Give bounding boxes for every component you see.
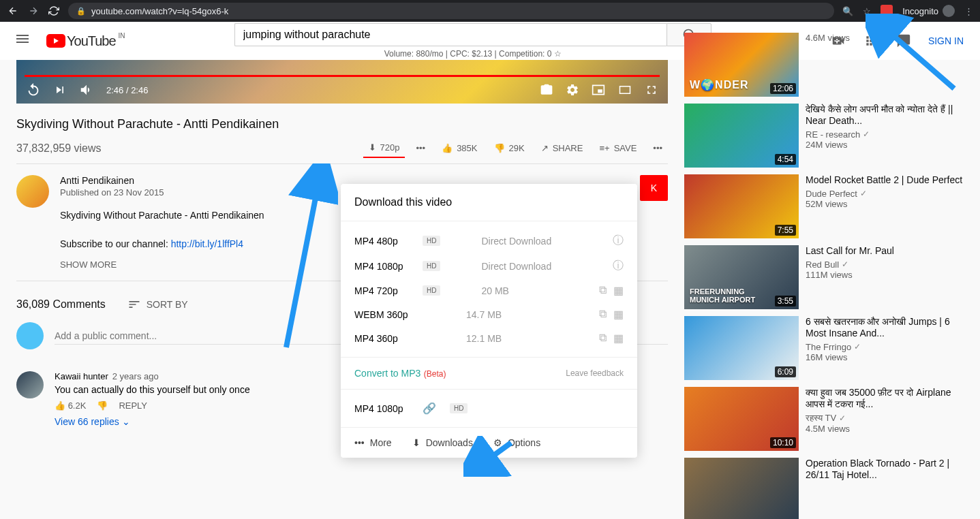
incognito-indicator: Incognito xyxy=(902,5,955,17)
incognito-icon xyxy=(943,5,955,17)
thumb-down-icon: 👎 xyxy=(494,143,505,153)
verified-icon: ✓ xyxy=(863,129,870,139)
comment-time: 2 years ago xyxy=(112,371,159,381)
url-bar[interactable]: 🔒 youtube.com/watch?v=lq-54gox6-k xyxy=(68,3,834,19)
comment-author[interactable]: Kawaii hunter xyxy=(55,371,108,381)
miniplayer-button[interactable] xyxy=(592,83,605,97)
download-option-row[interactable]: WEBM 360p 14.7 MB ⧉▦ xyxy=(341,302,637,326)
screenshot-button[interactable] xyxy=(540,83,553,97)
commenter-avatar[interactable] xyxy=(16,371,44,398)
copy-icon[interactable]: ⧉ xyxy=(599,284,607,297)
replay-button[interactable] xyxy=(26,82,41,97)
beta-label: (Beta) xyxy=(424,369,446,379)
related-video-item[interactable]: Operation Black Tornado - Part 2 | 26/11… xyxy=(684,458,964,519)
copy-icon[interactable]: ⧉ xyxy=(599,332,607,345)
share-icon: ↗ xyxy=(541,143,549,153)
url-text: youtube.com/watch?v=lq-54gox6-k xyxy=(91,6,228,16)
copy-icon[interactable]: ⧉ xyxy=(599,308,607,321)
related-video-item[interactable]: FREERUNNINGMUNICH AIRPORT3:55 Last Call … xyxy=(684,245,964,309)
lock-icon: 🔒 xyxy=(76,7,86,16)
svg-rect-1 xyxy=(620,86,630,94)
popup-downloads-button[interactable]: ⬇Downloads xyxy=(412,437,473,448)
share-button[interactable]: ↗ SHARE xyxy=(536,139,589,157)
playlist-add-icon: ≡+ xyxy=(599,143,609,153)
sort-comments-button[interactable]: SORT BY xyxy=(127,298,188,311)
qr-icon[interactable]: ▦ xyxy=(613,308,624,321)
fullscreen-button[interactable] xyxy=(645,83,658,97)
video-title: Skydiving Without Parachute - Antti Pend… xyxy=(16,117,668,131)
youtube-logo[interactable]: YouTube IN xyxy=(46,33,116,49)
comment-reply-button[interactable]: REPLY xyxy=(119,400,147,411)
like-button[interactable]: 👍 385K xyxy=(436,139,483,157)
comment-dislike-button[interactable]: 👎 xyxy=(97,400,108,411)
related-video-item[interactable]: 7:55 Model Rocket Battle 2 | Dude Perfec… xyxy=(684,174,964,238)
popup-title: Download this video xyxy=(341,184,637,221)
search-input[interactable] xyxy=(234,23,667,46)
save-button[interactable]: ≡+ SAVE xyxy=(594,139,642,157)
download-option-row[interactable]: MP4 480pHD Direct Download ⓘ xyxy=(341,228,637,253)
browser-chrome: 🔒 youtube.com/watch?v=lq-54gox6-k 🔍 ☆ In… xyxy=(0,0,980,22)
region-label: IN xyxy=(119,32,125,40)
extension-icon[interactable] xyxy=(881,5,893,17)
view-count: 37,832,959 views xyxy=(16,142,102,155)
next-button[interactable] xyxy=(53,83,67,97)
description-line-2-prefix: Subscribe to our channel: xyxy=(60,238,171,249)
channel-avatar[interactable] xyxy=(16,175,49,208)
description-link[interactable]: http://bit.ly/1lffPl4 xyxy=(171,238,243,249)
seo-stats: Volume: 880/mo | CPC: $2.13 | Competitio… xyxy=(384,49,562,59)
user-avatar xyxy=(16,322,44,349)
info-icon[interactable]: ⓘ xyxy=(613,234,624,248)
verified-icon: ✓ xyxy=(839,413,846,423)
qr-icon[interactable]: ▦ xyxy=(613,284,624,297)
comment-like-button[interactable]: 👍 6.2K xyxy=(55,400,86,411)
volume-button[interactable] xyxy=(79,82,94,97)
verified-icon: ✓ xyxy=(842,260,848,269)
feedback-link[interactable]: Leave feedback xyxy=(566,368,624,378)
download-more-button[interactable]: ••• xyxy=(410,139,431,157)
link-icon: 🔗 xyxy=(423,402,436,415)
qr-icon[interactable]: ▦ xyxy=(613,332,624,345)
zoom-icon[interactable]: 🔍 xyxy=(842,6,853,16)
subscribe-button[interactable]: K xyxy=(640,175,668,201)
browser-back-button[interactable] xyxy=(7,5,19,17)
browser-reload-button[interactable] xyxy=(48,5,60,17)
download-quality-button[interactable]: ⬇ 720p xyxy=(363,138,405,158)
download-popup: Download this video MP4 480pHD Direct Do… xyxy=(341,184,637,458)
popup-more-button[interactable]: •••More xyxy=(354,437,392,448)
theater-button[interactable] xyxy=(617,84,632,96)
chevron-down-icon: ⌄ xyxy=(122,416,130,427)
download-option-row[interactable]: MP4 360p 12.1 MB ⧉▦ xyxy=(341,326,637,350)
video-player[interactable]: 2:46 / 2:46 xyxy=(16,60,668,104)
download-option-row[interactable]: MP4 720pHD 20 MB ⧉▦ xyxy=(341,279,637,302)
related-video-item[interactable]: 6:09 6 सबसे खतरनाक और अनोखी Jumps | 6 Mo… xyxy=(684,316,964,380)
video-time: 2:46 / 2:46 xyxy=(106,85,148,95)
verified-icon: ✓ xyxy=(854,342,861,351)
thumb-up-icon: 👍 xyxy=(442,143,453,153)
download-option-row[interactable]: MP4 1080pHD Direct Download ⓘ xyxy=(341,253,637,279)
related-video-item[interactable]: 10:10 क्या हुवा जब 35000 फ़ीट पर दो Airp… xyxy=(684,387,964,451)
related-videos-sidebar: W🌍NDER12:06 4.6M views 4:54 देखिये कैसे … xyxy=(684,60,964,519)
convert-mp3-button[interactable]: Convert to MP3 xyxy=(354,368,420,379)
info-icon[interactable]: ⓘ xyxy=(613,259,624,273)
verified-icon: ✓ xyxy=(860,189,867,198)
related-video-item[interactable]: 4:54 देखिये कैसे लोग अपनी मौत को न्योता … xyxy=(684,104,964,168)
related-video-item[interactable]: W🌍NDER12:06 4.6M views xyxy=(684,33,964,97)
dislike-button[interactable]: 👎 29K xyxy=(489,139,530,157)
download-icon: ⬇ xyxy=(369,142,376,153)
browser-forward-button[interactable] xyxy=(27,5,40,17)
settings-button[interactable] xyxy=(566,83,579,97)
comments-count: 36,089 Comments xyxy=(16,298,106,311)
more-actions-button[interactable]: ••• xyxy=(647,139,668,157)
popup-options-button[interactable]: ⚙Options xyxy=(493,437,540,448)
bookmark-icon[interactable]: ☆ xyxy=(863,6,871,16)
browser-menu-icon[interactable]: ⋮ xyxy=(964,6,973,16)
youtube-play-icon xyxy=(46,34,65,48)
hamburger-menu-button[interactable] xyxy=(16,33,33,49)
